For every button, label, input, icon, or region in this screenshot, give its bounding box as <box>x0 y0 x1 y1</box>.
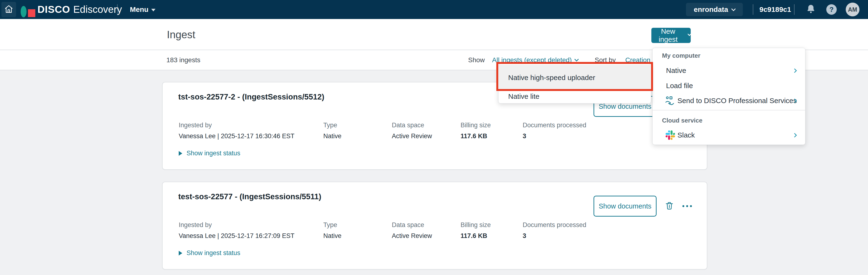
new-ingest-label: New ingest <box>651 27 685 44</box>
nav-divider <box>117 4 118 15</box>
caret-down-icon <box>151 9 155 11</box>
field-value: 3 <box>523 133 586 140</box>
triangle-right-icon <box>179 151 182 156</box>
field-value: 117.6 KB <box>461 232 491 240</box>
disco-logo-square-icon <box>28 9 35 17</box>
show-documents-button[interactable]: Show documents <box>593 196 657 217</box>
nav-divider <box>753 4 753 15</box>
show-ingest-status-link[interactable]: Show ingest status <box>179 249 240 257</box>
delete-ingest-button[interactable] <box>664 201 675 212</box>
home-icon <box>4 4 13 15</box>
sort-value: Creation <box>625 56 650 64</box>
chevron-down-icon <box>688 32 691 36</box>
data-space-field: Data space Active Review <box>392 121 432 140</box>
org-name: enrondata <box>694 5 728 13</box>
billing-size-field: Billing size 117.6 KB <box>461 121 491 140</box>
menu-item-load-file[interactable]: Load file <box>653 78 805 93</box>
field-value: Native <box>323 133 342 140</box>
chevron-right-icon <box>793 133 797 137</box>
nav-divider <box>794 4 795 15</box>
menu-item-label: Send to DISCO Professional Services <box>677 97 797 105</box>
chevron-down-icon <box>731 7 736 11</box>
field-label: Billing size <box>461 221 491 229</box>
show-filter-value: All ingests (except deleted) <box>492 56 572 64</box>
field-label: Documents processed <box>523 121 586 129</box>
status-link-label: Show ingest status <box>187 149 240 157</box>
professional-services-icon <box>664 95 675 106</box>
documents-processed-field: Documents processed 3 <box>523 121 586 140</box>
field-label: Data space <box>392 221 432 229</box>
new-ingest-button[interactable]: New ingest <box>651 28 691 43</box>
more-options-button[interactable] <box>679 201 695 212</box>
bell-icon <box>806 4 816 16</box>
ingest-card: test-sos-22577 - (IngestSessions/5511) S… <box>162 182 707 270</box>
submenu-item-native-lite[interactable]: Native lite <box>499 90 651 102</box>
type-field: Type Native <box>323 121 342 140</box>
billing-size-field: Billing size 117.6 KB <box>461 221 491 240</box>
section-header-my-computer: My computer <box>662 52 701 59</box>
page-title: Ingest <box>167 19 195 50</box>
type-field: Type Native <box>323 221 342 240</box>
menu-item-label: Slack <box>677 131 695 139</box>
field-value: Vanessa Lee | 2025-12-17 16:27:09 EST <box>179 232 294 240</box>
disco-logo-ellipse-icon <box>21 6 27 17</box>
home-button[interactable] <box>1 2 16 17</box>
menu-item-slack[interactable]: Slack <box>653 128 805 143</box>
section-header-cloud-service: Cloud service <box>662 117 703 124</box>
ingest-count: 183 ingests <box>166 50 200 70</box>
ingested-by-field: Ingested by Vanessa Lee | 2025-12-17 16:… <box>179 121 294 140</box>
brand-logo[interactable]: DISCO Ediscovery <box>37 0 122 19</box>
submenu-item-label: Native high-speed uploader <box>508 74 595 82</box>
org-switcher[interactable]: enrondata <box>686 3 743 16</box>
field-label: Ingested by <box>179 121 294 129</box>
status-link-label: Show ingest status <box>187 249 240 257</box>
data-space-field: Data space Active Review <box>392 221 432 240</box>
menu-item-native[interactable]: Native <box>653 63 805 78</box>
field-label: Ingested by <box>179 221 294 229</box>
field-value: 3 <box>523 232 586 240</box>
field-label: Data space <box>392 121 432 129</box>
slack-icon <box>665 130 675 140</box>
help-icon: ? <box>826 4 837 15</box>
field-value: Active Review <box>392 232 432 240</box>
triangle-right-icon <box>179 251 182 255</box>
field-value: 117.6 KB <box>461 133 491 140</box>
brand-product: Ediscovery <box>73 4 122 15</box>
field-value: Native <box>323 232 342 240</box>
field-label: Type <box>323 121 342 129</box>
show-ingest-status-link[interactable]: Show ingest status <box>179 149 240 157</box>
field-label: Billing size <box>461 121 491 129</box>
menu-item-label: Load file <box>666 82 693 90</box>
menu-item-send-to-disco-ps[interactable]: Send to DISCO Professional Services <box>653 93 805 108</box>
field-label: Documents processed <box>523 221 586 229</box>
new-ingest-dropdown: My computer Native Load file Send to DIS… <box>652 48 805 145</box>
screen: DISCO Ediscovery Menu enrondata 9c9189c1… <box>0 0 868 275</box>
notifications-button[interactable] <box>805 0 817 19</box>
native-submenu: Native high-speed uploader Native lite <box>498 64 651 104</box>
show-label: Show <box>468 50 485 70</box>
help-button[interactable]: ? <box>826 0 837 19</box>
trash-icon <box>664 200 674 212</box>
menu-button[interactable]: Menu <box>130 0 155 19</box>
chevron-right-icon <box>793 68 797 73</box>
brand-name: DISCO <box>37 4 70 15</box>
field-value: Active Review <box>392 133 432 140</box>
ingest-title: test-sos-22577 - (IngestSessions/5511) <box>178 192 321 201</box>
field-label: Type <box>323 221 342 229</box>
field-value: Vanessa Lee | 2025-12-17 16:30:46 EST <box>179 133 294 140</box>
menu-divider <box>653 110 805 110</box>
documents-processed-field: Documents processed 3 <box>523 221 586 240</box>
page-header: Ingest New ingest <box>0 19 868 50</box>
ingest-title: tst-sos-22577-2 - (IngestSessions/5512) <box>178 92 324 102</box>
chevron-down-icon <box>574 57 579 61</box>
submenu-item-native-high-speed-uploader[interactable]: Native high-speed uploader <box>499 65 651 90</box>
top-navbar: DISCO Ediscovery Menu enrondata 9c9189c1… <box>0 0 868 19</box>
menu-label: Menu <box>130 5 148 13</box>
submenu-item-label: Native lite <box>508 92 539 101</box>
menu-item-label: Native <box>666 66 686 75</box>
build-id: 9c9189c1 <box>760 0 791 19</box>
user-avatar[interactable]: AM <box>846 3 860 17</box>
ingested-by-field: Ingested by Vanessa Lee | 2025-12-17 16:… <box>179 221 294 240</box>
